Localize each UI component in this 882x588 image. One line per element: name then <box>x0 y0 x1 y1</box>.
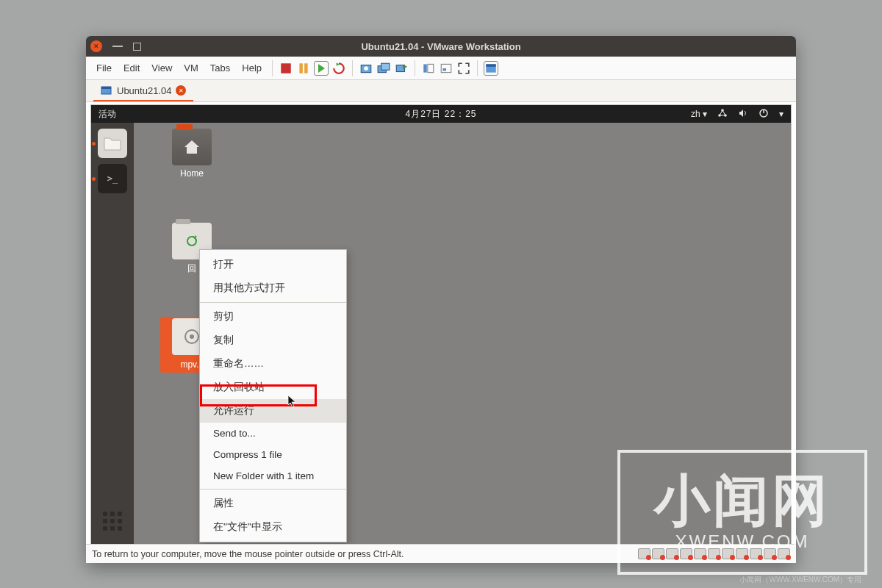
activities-button[interactable]: 活动 <box>98 108 116 121</box>
dock: >_ <box>91 123 134 545</box>
window-minimize-icon[interactable] <box>112 46 123 47</box>
watermark-footer: 小闻网（WWW.XWENW.COM）专用 <box>739 575 861 585</box>
snapshot-icon[interactable] <box>359 61 373 76</box>
vm-tab-label: Ubuntu21.04 <box>117 85 171 96</box>
window-titlebar[interactable]: Ubuntu21.04 - VMware Workstation <box>86 36 796 57</box>
svg-point-4 <box>364 66 368 71</box>
power-off-icon[interactable] <box>279 61 293 76</box>
menu-edit[interactable]: Edit <box>119 62 144 74</box>
vm-tabbar: Ubuntu21.04 <box>86 80 796 102</box>
status-area[interactable]: zh ▾ ▾ <box>691 108 784 121</box>
menu-rename[interactable]: 重命名…… <box>200 352 346 376</box>
running-indicator <box>92 177 96 181</box>
separator <box>477 60 478 76</box>
snapshot-manage-icon[interactable] <box>376 61 391 76</box>
separator <box>200 302 346 303</box>
svg-rect-13 <box>486 64 496 66</box>
chevron-down-icon: ▾ <box>703 109 707 119</box>
watermark-url: XWENW.COM <box>675 531 810 552</box>
svg-point-23 <box>190 334 194 339</box>
context-menu: 打开 用其他方式打开 剪切 复制 重命名…… 放入回收站 允许运行 Send t… <box>199 249 347 542</box>
menu-cut[interactable]: 剪切 <box>200 305 346 329</box>
menu-compress[interactable]: Compress 1 file <box>200 444 346 465</box>
menu-send-to[interactable]: Send to... <box>200 423 346 444</box>
menu-allow-run[interactable]: 允许运行 <box>200 399 346 423</box>
separator <box>352 60 353 76</box>
running-indicator <box>92 142 96 146</box>
power-icon[interactable] <box>759 108 769 121</box>
svg-rect-1 <box>299 63 303 74</box>
menu-new-folder[interactable]: New Folder with 1 item <box>200 465 346 487</box>
snapshot-revert-icon[interactable] <box>394 61 409 76</box>
separator <box>415 60 415 76</box>
window-maximize-icon[interactable] <box>133 43 141 51</box>
pause-icon[interactable] <box>296 61 311 76</box>
vm-tab[interactable]: Ubuntu21.04 <box>93 81 193 101</box>
dock-files-icon[interactable] <box>98 129 127 158</box>
vm-icon <box>101 85 112 96</box>
folder-home-icon <box>172 129 212 165</box>
fullscreen-icon[interactable] <box>456 61 471 76</box>
sidebar-toggle-icon[interactable] <box>421 61 436 76</box>
menu-tabs[interactable]: Tabs <box>206 62 234 74</box>
menu-copy[interactable]: 复制 <box>200 329 346 352</box>
menu-show-in-files[interactable]: 在"文件"中显示 <box>200 515 346 539</box>
separator <box>272 60 273 76</box>
watermark: 小闻网 XWENW.COM <box>617 450 867 575</box>
network-icon[interactable] <box>717 108 728 121</box>
menu-file[interactable]: File <box>92 62 116 74</box>
menu-open-with[interactable]: 用其他方式打开 <box>200 276 346 300</box>
svg-rect-6 <box>381 63 390 70</box>
restart-icon[interactable] <box>331 61 346 76</box>
svg-rect-2 <box>304 63 308 74</box>
tab-close-icon[interactable] <box>176 85 186 96</box>
menu-help[interactable]: Help <box>237 62 266 74</box>
menubar: File Edit View VM Tabs Help <box>86 57 796 80</box>
watermark-text: 小闻网 <box>654 473 831 528</box>
svg-rect-11 <box>443 68 447 71</box>
volume-icon[interactable] <box>738 108 748 121</box>
menu-move-to-trash[interactable]: 放入回收站 <box>200 376 346 399</box>
play-icon[interactable] <box>314 61 329 76</box>
chevron-down-icon: ▾ <box>779 109 784 119</box>
menu-view[interactable]: View <box>147 62 176 74</box>
desktop-home-folder[interactable]: Home <box>169 129 215 179</box>
svg-rect-9 <box>428 64 434 72</box>
window-title: Ubuntu21.04 - VMware Workstation <box>361 41 520 52</box>
svg-rect-8 <box>423 64 427 72</box>
gnome-topbar[interactable]: 活动 4月27日 22：25 zh ▾ ▾ <box>91 105 791 123</box>
statusbar-hint: To return to your computer, move the mou… <box>92 549 404 559</box>
show-applications-icon[interactable] <box>98 506 127 536</box>
unity-mode-icon[interactable] <box>484 61 498 76</box>
svg-rect-0 <box>281 63 291 74</box>
clock[interactable]: 4月27日 22：25 <box>405 108 476 121</box>
window-close-icon[interactable] <box>90 40 102 52</box>
dock-terminal-icon[interactable]: >_ <box>98 164 127 193</box>
svg-rect-15 <box>101 87 111 89</box>
input-method-indicator[interactable]: zh ▾ <box>691 109 707 119</box>
menu-vm[interactable]: VM <box>179 62 203 74</box>
separator <box>200 489 346 490</box>
icon-label: Home <box>169 168 215 179</box>
menu-properties[interactable]: 属性 <box>200 492 346 515</box>
menu-open[interactable]: 打开 <box>200 253 346 276</box>
thumbnail-icon[interactable] <box>439 61 453 76</box>
